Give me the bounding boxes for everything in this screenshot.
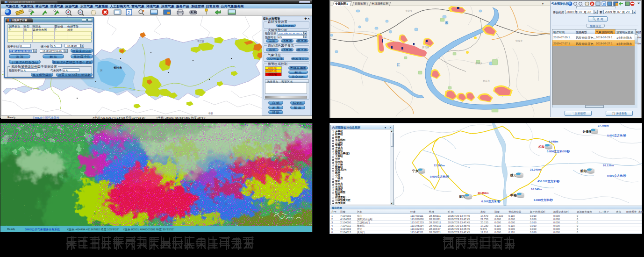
svg-text:群乐乡: 群乐乡 xyxy=(483,79,490,82)
svg-text:2: 2 xyxy=(128,10,130,15)
svg-text:乡迹乡: 乡迹乡 xyxy=(405,9,412,13)
svg-text:0.000立方米/秒: 0.000立方米/秒 xyxy=(607,174,627,178)
svg-text:R: R xyxy=(603,3,605,6)
svg-text:攸县: 攸县 xyxy=(208,112,213,114)
svg-text:平江县: 平江县 xyxy=(197,40,204,43)
svg-text:柏加: 柏加 xyxy=(538,145,544,149)
svg-text:湘: 湘 xyxy=(444,21,448,25)
svg-text:0.800立方米/20/秒: 0.800立方米/20/秒 xyxy=(547,150,570,153)
svg-text:江: 江 xyxy=(396,63,400,67)
svg-text:12.360m: 12.360m xyxy=(434,164,445,167)
svg-text:456.312立方米/秒: 456.312立方米/秒 xyxy=(537,179,560,183)
svg-text:26.126m: 26.126m xyxy=(603,164,614,167)
svg-text:群城乡: 群城乡 xyxy=(475,62,482,64)
svg-text:黄花镇: 黄花镇 xyxy=(422,46,429,49)
svg-text:21.349m: 21.349m xyxy=(530,168,541,171)
svg-text:0.000立方米/秒: 0.000立方米/秒 xyxy=(534,198,553,202)
svg-text:0.000立方米/秒: 0.000立方米/秒 xyxy=(430,175,450,178)
svg-text:0.006立方米/秒: 0.006立方米/秒 xyxy=(481,200,501,203)
svg-text:宁乡: 宁乡 xyxy=(412,169,419,173)
svg-text:长沙市: 长沙市 xyxy=(113,66,122,70)
svg-text:6.548m: 6.548m xyxy=(549,140,558,143)
svg-text:铁坡乡: 铁坡乡 xyxy=(515,39,522,42)
svg-text:27.795m: 27.795m xyxy=(598,124,609,127)
svg-text:19.360m: 19.360m xyxy=(478,192,489,194)
svg-text:16.348m: 16.348m xyxy=(531,188,542,191)
svg-text:0.000立方米/秒: 0.000立方米/秒 xyxy=(607,134,627,137)
svg-text:计量测: 计量测 xyxy=(582,130,592,134)
